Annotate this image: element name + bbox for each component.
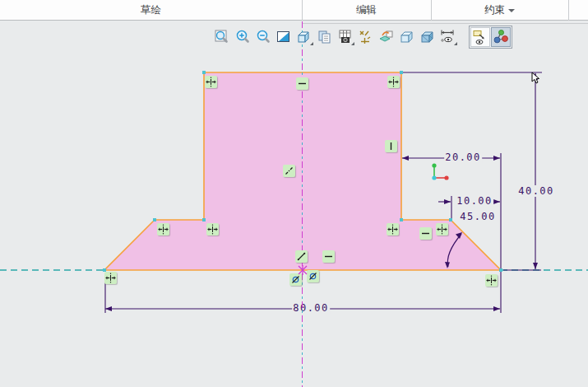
dimension-value-45[interactable]: 45.00: [459, 211, 497, 222]
symmetry-constraint-icon[interactable]: [206, 223, 219, 235]
symmetry-constraint-icon[interactable]: [387, 223, 399, 235]
menu-constrain-label: 约束: [484, 3, 505, 17]
reorient-button[interactable]: [377, 27, 396, 47]
menu-sketch-label: 草绘: [141, 3, 161, 17]
transparent-box-button[interactable]: [418, 27, 438, 47]
y-axis-handle[interactable]: [432, 163, 436, 167]
dimension-value-40[interactable]: 40.00: [517, 185, 555, 197]
display-toggle-group: [469, 26, 512, 49]
constraint-display-button[interactable]: [491, 27, 511, 47]
graphics-toolbar: [212, 26, 512, 49]
chevron-down-icon: [454, 42, 457, 45]
sketch-canvas[interactable]: 20.00 10.00 40.00 45.00 80.00: [0, 21, 588, 387]
dimension-value-10[interactable]: 10.00: [456, 195, 493, 207]
centerline-badge-icon[interactable]: [283, 165, 295, 177]
horizontal-constraint-icon[interactable]: [322, 250, 335, 263]
zoom-out-icon: [254, 28, 272, 46]
centerline-point-marker: [298, 265, 308, 275]
dimension-value-20[interactable]: 20.00: [444, 152, 482, 163]
zoom-in-button[interactable]: [233, 27, 252, 47]
chevron-down-icon: [310, 42, 313, 45]
symmetry-constraint-icon[interactable]: [104, 272, 117, 284]
vertical-constraint-icon[interactable]: [385, 140, 397, 152]
transparent-box-icon: [419, 28, 437, 46]
capture-view-button[interactable]: [336, 27, 355, 47]
dimension-value-80[interactable]: 80.00: [292, 302, 330, 314]
constraint-display-icon: [492, 28, 510, 46]
symmetry-constraint-icon[interactable]: [485, 274, 498, 287]
sketch-display-button[interactable]: [470, 27, 490, 47]
sketch-display-icon: [471, 28, 489, 46]
origin-handle[interactable]: [432, 175, 436, 180]
vertical-centerline[interactable]: [302, 21, 303, 387]
dimension-display-button[interactable]: [438, 27, 458, 47]
horizontal-constraint-icon[interactable]: [419, 227, 432, 240]
repaint-button[interactable]: [274, 27, 294, 47]
menubar: 草绘 编辑 约束: [0, 0, 588, 21]
symmetry-constraint-icon[interactable]: [436, 223, 448, 235]
menu-edit-label: 编辑: [356, 3, 377, 17]
datum-display-icon: [357, 28, 375, 46]
point-on-entity-icon[interactable]: [307, 270, 319, 282]
creo-sketcher-window: 草绘 编辑 约束: [0, 0, 588, 387]
menu-sketch[interactable]: 草绘: [0, 0, 302, 21]
chevron-down-icon: [508, 9, 515, 12]
chevron-down-icon: [351, 42, 354, 45]
zoom-out-button[interactable]: [253, 27, 273, 47]
dim-line-40: [533, 73, 538, 269]
symmetry-constraint-icon[interactable]: [157, 223, 169, 235]
horizontal-constraint-icon[interactable]: [296, 77, 308, 90]
refit-icon: [213, 28, 231, 46]
menubar-divider: [568, 0, 569, 21]
refit-button[interactable]: [212, 27, 232, 47]
display-style-button[interactable]: [315, 27, 335, 47]
shaded-box-button[interactable]: [397, 27, 417, 47]
coordinate-system: [432, 163, 448, 180]
zoom-in-icon: [234, 28, 252, 46]
named-views-button[interactable]: [294, 27, 314, 47]
reorient-icon: [377, 28, 396, 46]
midpoint-constraint-icon[interactable]: [295, 250, 308, 263]
repaint-icon: [275, 28, 293, 46]
display-style-icon: [316, 28, 334, 46]
point-on-entity-icon[interactable]: [289, 273, 302, 286]
mouse-cursor: [530, 72, 541, 85]
shaded-box-icon: [398, 28, 416, 46]
x-axis-handle[interactable]: [444, 175, 448, 180]
symmetry-constraint-icon[interactable]: [205, 76, 217, 88]
datum-display-button[interactable]: [356, 27, 376, 47]
sketch-geometry: [0, 21, 588, 387]
symmetry-constraint-icon[interactable]: [387, 76, 400, 88]
menu-edit[interactable]: 编辑: [302, 0, 431, 21]
menu-constrain[interactable]: 约束: [431, 0, 568, 21]
